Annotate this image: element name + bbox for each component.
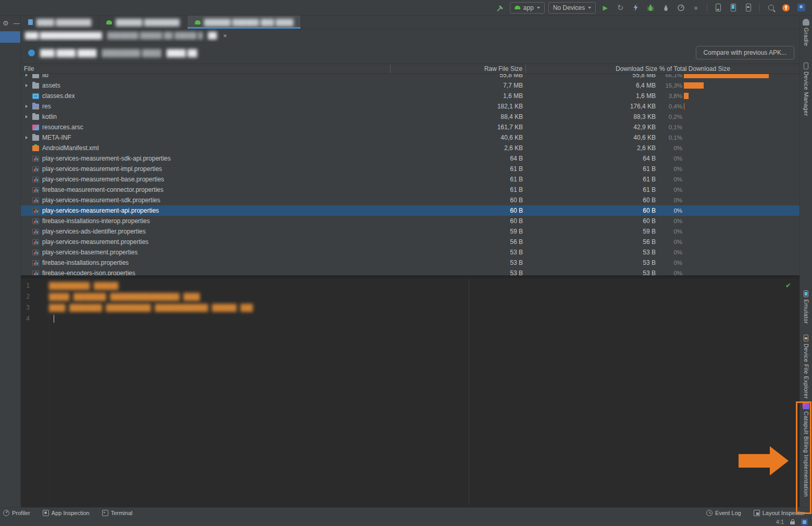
column-header-download-size[interactable]: Download Size <box>526 65 659 72</box>
table-row[interactable]: play-services-measurement-sdk.properties… <box>21 195 799 205</box>
settings-gear-icon[interactable] <box>3 19 9 27</box>
table-row[interactable]: AndroidManifest.xml2,6 KB2,6 KB0% <box>21 143 799 153</box>
search-everywhere-icon[interactable] <box>765 2 777 14</box>
updates-notification-icon[interactable] <box>780 2 792 14</box>
expand-chevron-icon[interactable] <box>24 115 31 118</box>
editor-tab[interactable]: ██████ ██████ ███ ████ <box>188 16 302 29</box>
column-header-file[interactable]: File <box>21 64 391 74</box>
apk-size-label: ███ ████ ████ <box>40 49 97 57</box>
left-tool-strip <box>0 16 21 507</box>
event-log-icon <box>706 510 713 516</box>
lock-icon[interactable] <box>790 521 795 524</box>
column-header-raw-size[interactable]: Raw File Size <box>391 64 526 74</box>
apk-package-line: ███ ██████████████ ███████ █████ ██ ████… <box>21 29 799 42</box>
editor-line[interactable]: 1██████████ ██████ <box>21 280 799 291</box>
status-item-terminal[interactable]: Terminal <box>102 510 133 516</box>
file-name: play-services-measurement-api.properties <box>42 207 159 214</box>
table-row[interactable]: resources.arsc161,7 KB42,9 KB0,1% <box>21 122 799 132</box>
caret-position-indicator[interactable]: 4:1 <box>776 519 784 525</box>
sdk-manager-icon[interactable] <box>743 2 754 14</box>
toolbar-right-group: app No Devices <box>495 2 812 14</box>
table-row[interactable]: firebase-installations.properties53 B53 … <box>21 258 799 268</box>
editor-tab-label: ██████ ████████ <box>116 19 179 26</box>
download-size: 53 B <box>526 249 659 256</box>
table-row[interactable]: classes.dex1,6 MB1,6 MB3,8% <box>21 91 799 101</box>
download-size: 6,4 MB <box>526 82 659 89</box>
device-manager-icon[interactable] <box>713 2 724 14</box>
status-item-profiler[interactable]: Profiler <box>3 510 30 516</box>
table-row[interactable]: play-services-measurement-impl.propertie… <box>21 164 799 174</box>
editor-line[interactable]: 2█████ ████████ █████████████████ ████ <box>21 291 799 302</box>
ide-status-icon[interactable] <box>801 519 808 525</box>
raw-file-size: 40,6 KB <box>391 134 526 141</box>
properties-editor[interactable]: 1██████████ ██████2█████ ████████ ██████… <box>21 278 799 506</box>
expand-chevron-icon[interactable] <box>24 105 31 108</box>
expand-chevron-icon[interactable] <box>24 136 31 139</box>
editor-tab[interactable]: ████ ████████ <box>21 16 99 29</box>
apply-changes-icon[interactable] <box>615 2 626 14</box>
download-size: 59 B <box>526 228 659 235</box>
table-row[interactable]: lib55,8 MB55,8 MB66,1% <box>21 74 799 80</box>
editor-tab[interactable]: ██████ ████████ <box>99 16 187 29</box>
tool-window-tab-device-file-explorer[interactable]: Device File Explorer <box>800 335 812 399</box>
tool-window-tab-gradle[interactable]: Gradle <box>800 19 812 46</box>
table-row[interactable]: firebase-installations-interop.propertie… <box>21 216 799 226</box>
run-button[interactable] <box>599 2 611 14</box>
table-row[interactable]: play-services-measurement-base.propertie… <box>21 174 799 185</box>
apply-code-changes-icon[interactable] <box>630 2 641 14</box>
profile-app-icon[interactable] <box>675 2 686 14</box>
debug-button[interactable] <box>645 2 656 14</box>
file-name: play-services-measurement-base.propertie… <box>42 176 164 183</box>
hide-panel-icon[interactable] <box>14 20 20 27</box>
table-row[interactable]: play-services-basement.properties53 B53 … <box>21 247 799 258</box>
table-row[interactable]: play-services-measurement-sdk-api.proper… <box>21 153 799 164</box>
run-config-select[interactable]: app <box>510 2 545 14</box>
target-device-select[interactable]: No Devices <box>548 2 596 14</box>
close-icon[interactable]: × <box>223 32 227 40</box>
column-header-percent[interactable]: % of Total Download Size <box>659 65 799 72</box>
file-name: assets <box>42 82 60 89</box>
apk-table-header: File Raw File Size Download Size % of To… <box>21 64 799 74</box>
expand-chevron-icon[interactable] <box>24 84 31 87</box>
download-size: 61 B <box>526 165 659 173</box>
table-row[interactable]: assets7,7 MB6,4 MB15,3% <box>21 80 799 91</box>
download-size: 2,6 KB <box>526 144 659 152</box>
table-row[interactable]: play-services-measurement.properties56 B… <box>21 237 799 247</box>
props-icon <box>32 229 39 235</box>
table-row[interactable]: firebase-measurement-connector.propertie… <box>21 185 799 195</box>
tool-window-tab-catapult[interactable]: Catapult Billing Implementation <box>800 402 812 497</box>
editor-lines: 1██████████ ██████2█████ ████████ ██████… <box>21 280 799 324</box>
table-row[interactable]: kotlin88,4 KB88,3 KB0,2% <box>21 112 799 122</box>
file-name: kotlin <box>42 113 57 120</box>
raw-file-size: 1,6 MB <box>391 92 526 100</box>
tool-window-tab-device-manager[interactable]: Device Manager <box>800 63 812 116</box>
folder-icon <box>32 135 39 141</box>
stop-button[interactable] <box>690 2 702 14</box>
android-app-icon <box>515 6 520 9</box>
line-number: 3 <box>21 302 44 313</box>
status-item-event-log[interactable]: Event Log <box>706 510 741 516</box>
profile-avatar[interactable] <box>795 2 807 14</box>
table-row[interactable]: play-services-measurement-api.properties… <box>21 205 799 216</box>
folder-icon <box>32 114 39 120</box>
table-row[interactable]: play-services-ads-identifier.properties5… <box>21 226 799 237</box>
table-row[interactable]: META-INF40,6 KB40,6 KB0,1% <box>21 132 799 143</box>
editor-line[interactable]: 4 <box>21 313 799 324</box>
attach-debugger-icon[interactable] <box>660 2 671 14</box>
line-number: 4 <box>21 313 44 324</box>
tool-window-tab-emulator[interactable]: Emulator <box>800 290 812 324</box>
gradle-file-icon <box>106 20 112 25</box>
expand-chevron-icon[interactable] <box>24 74 31 77</box>
main-toolbar: app No Devices <box>0 0 812 16</box>
status-item-layout-inspector[interactable]: Layout Inspector <box>754 510 805 516</box>
download-size-bar <box>684 74 769 78</box>
editor-line[interactable]: 3████ ████████ ███████████ █████████████… <box>21 302 799 313</box>
build-hammer-icon[interactable] <box>495 2 506 14</box>
status-item-app-inspection[interactable]: App Inspection <box>43 510 90 516</box>
table-row[interactable]: res182,1 KB176,4 KB0,4% <box>21 101 799 112</box>
tool-window-tab-label: Emulator <box>803 299 809 324</box>
compare-apk-button[interactable]: Compare with previous APK... <box>696 46 794 59</box>
device-mirror-icon[interactable] <box>728 2 739 14</box>
table-row[interactable]: firebase-encoders-json.properties53 B53 … <box>21 268 799 275</box>
download-size: 61 B <box>526 176 659 183</box>
